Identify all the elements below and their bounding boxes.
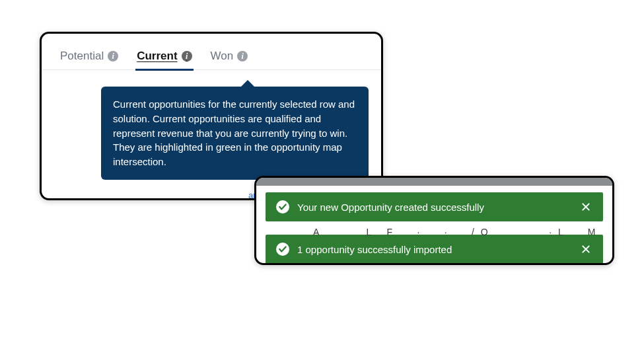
check-circle-icon [276,243,289,256]
tooltip-text: Current opportunities for the currently … [113,98,355,167]
tab-label: Won [211,50,234,63]
toasts-panel: Your new Opportunity created successfull… [254,176,614,265]
panel-topbar [256,178,612,186]
tab-won[interactable]: Won i [211,50,248,63]
toast-success: Your new Opportunity created successfull… [266,192,603,221]
info-icon[interactable]: i [237,51,248,61]
close-icon[interactable] [579,243,592,256]
toast-message: Your new Opportunity created successfull… [297,202,579,213]
tab-tooltip: Current opportunities for the currently … [101,87,369,180]
tabs-panel: Potential i Current i Won i Current oppo… [40,32,383,200]
close-icon[interactable] [579,200,592,213]
toast-success: 1 opportunity successfully imported [266,235,603,264]
check-circle-icon [276,200,289,213]
tabs-row: Potential i Current i Won i [42,34,381,70]
tab-current[interactable]: Current i [137,50,192,63]
info-icon[interactable]: i [108,51,118,61]
info-icon[interactable]: i [182,51,192,61]
toast-message: 1 opportunity successfully imported [297,244,579,255]
tab-label: Current [137,50,177,63]
tab-potential[interactable]: Potential i [60,50,118,63]
toast-container: Your new Opportunity created successfull… [256,192,612,264]
tab-label: Potential [60,50,104,63]
